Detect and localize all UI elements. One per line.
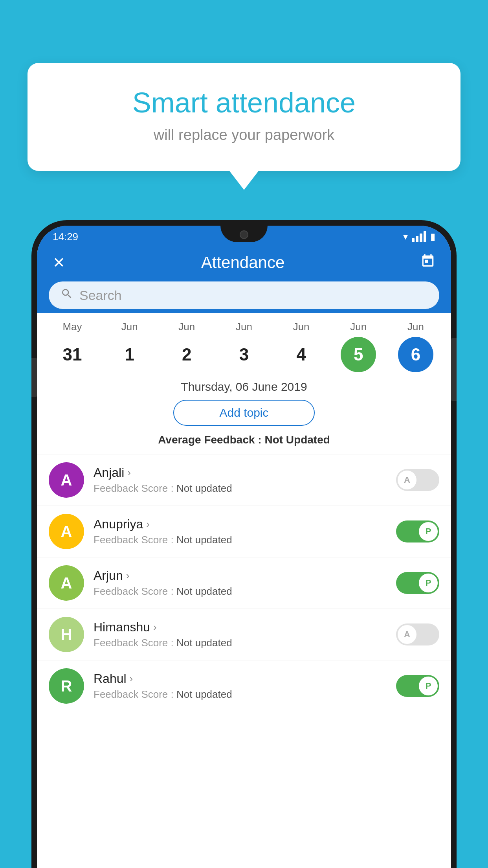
power-button — [451, 338, 457, 401]
student-avatar: A — [49, 565, 84, 601]
student-avatar: H — [49, 617, 84, 652]
average-feedback-value: Not Updated — [264, 434, 330, 446]
calendar-day[interactable]: Jun5 — [335, 321, 382, 372]
calendar-icon[interactable] — [420, 254, 435, 272]
attendance-toggle[interactable]: A — [396, 623, 439, 645]
attendance-toggle[interactable]: P — [396, 520, 439, 542]
signal-icon — [412, 231, 426, 242]
average-feedback-label: Average Feedback : — [158, 434, 264, 446]
student-info: Himanshu ›Feedback Score : Not updated — [94, 620, 387, 649]
chevron-icon: › — [130, 673, 133, 685]
toggle-knob: A — [398, 625, 416, 644]
student-row[interactable]: AAnupriya ›Feedback Score : Not updatedP — [37, 506, 451, 557]
chevron-icon: › — [153, 621, 157, 633]
calendar-day[interactable]: Jun6 — [392, 321, 439, 372]
front-camera — [240, 230, 248, 239]
student-info: Anjali ›Feedback Score : Not updated — [94, 465, 387, 495]
feedback-value: Not updated — [176, 637, 232, 649]
student-feedback-score: Feedback Score : Not updated — [94, 688, 387, 701]
attendance-toggle[interactable]: A — [396, 469, 439, 491]
cal-date-number[interactable]: 2 — [169, 337, 204, 372]
main-content: May31Jun1Jun2Jun3Jun4Jun5Jun6 Thursday, … — [37, 313, 451, 868]
search-icon — [61, 287, 73, 303]
cal-month-label: Jun — [350, 321, 367, 333]
cal-date-number[interactable]: 6 — [398, 337, 433, 372]
feedback-value: Not updated — [176, 585, 232, 597]
selected-date-label: Thursday, 06 June 2019 — [37, 380, 451, 394]
attendance-toggle[interactable]: P — [396, 572, 439, 594]
battery-icon: ▮ — [430, 231, 435, 242]
app-screen: 14:29 ▾ ▮ ✕ Attendance — [37, 226, 451, 868]
student-row[interactable]: AAnjali ›Feedback Score : Not updatedA — [37, 454, 451, 506]
feedback-value: Not updated — [176, 482, 232, 494]
student-row[interactable]: AArjun ›Feedback Score : Not updatedP — [37, 557, 451, 609]
student-name: Anupriya › — [94, 517, 387, 531]
cal-month-label: Jun — [121, 321, 138, 333]
cal-month-label: Jun — [407, 321, 424, 333]
calendar-day[interactable]: Jun2 — [163, 321, 210, 372]
chevron-icon: › — [127, 467, 131, 479]
toolbar-title: Attendance — [65, 253, 420, 272]
cal-month-label: Jun — [178, 321, 195, 333]
cal-date-number[interactable]: 1 — [112, 337, 147, 372]
toggle-knob: P — [419, 574, 438, 592]
cal-month-label: Jun — [293, 321, 310, 333]
search-container: Search — [37, 278, 451, 313]
student-avatar: A — [49, 514, 84, 549]
close-button[interactable]: ✕ — [53, 254, 65, 271]
chevron-icon: › — [126, 570, 130, 582]
bubble-subtitle: will replace your paperwork — [59, 127, 429, 143]
student-info: Rahul ›Feedback Score : Not updated — [94, 671, 387, 701]
calendar-day[interactable]: May31 — [49, 321, 96, 372]
student-avatar: R — [49, 668, 84, 704]
student-name: Anjali › — [94, 465, 387, 480]
student-name: Rahul › — [94, 671, 387, 686]
student-row[interactable]: HHimanshu ›Feedback Score : Not updatedA — [37, 609, 451, 660]
toggle-knob: P — [419, 677, 438, 695]
status-icons: ▾ ▮ — [403, 231, 435, 242]
bubble-title: Smart attendance — [59, 86, 429, 119]
wifi-icon: ▾ — [403, 231, 408, 242]
speech-bubble: Smart attendance will replace your paper… — [28, 63, 460, 171]
calendar-day[interactable]: Jun1 — [106, 321, 153, 372]
cal-date-number[interactable]: 4 — [284, 337, 319, 372]
student-row[interactable]: RRahul ›Feedback Score : Not updatedP — [37, 660, 451, 712]
status-time: 14:29 — [53, 231, 78, 243]
cal-month-label: May — [62, 321, 82, 333]
average-feedback: Average Feedback : Not Updated — [37, 434, 451, 446]
student-feedback-score: Feedback Score : Not updated — [94, 585, 387, 598]
feedback-value: Not updated — [176, 688, 232, 700]
student-name: Himanshu › — [94, 620, 387, 634]
phone-inner: 14:29 ▾ ▮ ✕ Attendance — [37, 226, 451, 868]
student-feedback-score: Feedback Score : Not updated — [94, 534, 387, 546]
calendar-strip: May31Jun1Jun2Jun3Jun4Jun5Jun6 — [37, 313, 451, 376]
cal-month-label: Jun — [236, 321, 252, 333]
volume-button — [31, 358, 37, 397]
calendar-day[interactable]: Jun3 — [220, 321, 268, 372]
chevron-icon: › — [146, 518, 150, 530]
student-info: Anupriya ›Feedback Score : Not updated — [94, 517, 387, 546]
calendar-day[interactable]: Jun4 — [278, 321, 325, 372]
search-placeholder[interactable]: Search — [79, 288, 122, 303]
attendance-toggle[interactable]: P — [396, 675, 439, 697]
student-avatar: A — [49, 462, 84, 498]
app-toolbar: ✕ Attendance — [37, 248, 451, 278]
cal-date-number[interactable]: 3 — [226, 337, 262, 372]
search-bar[interactable]: Search — [49, 281, 439, 309]
feedback-value: Not updated — [176, 534, 232, 546]
student-list: AAnjali ›Feedback Score : Not updatedAAA… — [37, 454, 451, 712]
student-name: Arjun › — [94, 568, 387, 583]
student-info: Arjun ›Feedback Score : Not updated — [94, 568, 387, 598]
cal-date-number[interactable]: 5 — [341, 337, 376, 372]
student-feedback-score: Feedback Score : Not updated — [94, 482, 387, 495]
student-feedback-score: Feedback Score : Not updated — [94, 637, 387, 649]
phone-frame: 14:29 ▾ ▮ ✕ Attendance — [31, 220, 457, 868]
toggle-knob: A — [398, 471, 416, 489]
add-topic-button[interactable]: Add topic — [173, 400, 315, 426]
toggle-knob: P — [419, 522, 438, 541]
cal-date-number[interactable]: 31 — [55, 337, 90, 372]
